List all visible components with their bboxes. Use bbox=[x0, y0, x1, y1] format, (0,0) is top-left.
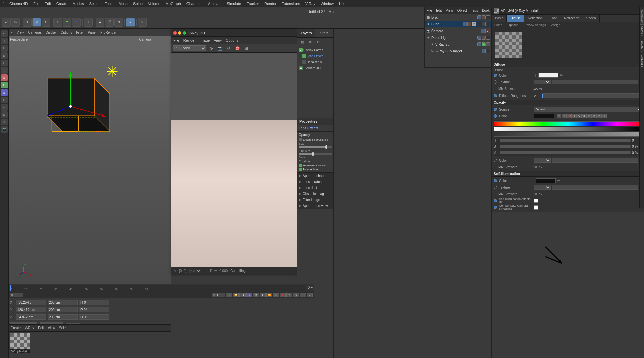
color-tool-8[interactable]: ⊠ bbox=[592, 114, 597, 118]
source-radio[interactable] bbox=[494, 108, 497, 111]
tool-move[interactable]: ✛ bbox=[1, 38, 8, 44]
self-illum-texture-field[interactable] bbox=[552, 185, 638, 190]
skip-start-btn[interactable]: ⏮ bbox=[226, 293, 232, 297]
obj-dome-light[interactable]: ☀ Dome Light bbox=[425, 34, 491, 41]
compensate-checkbox[interactable] bbox=[534, 205, 538, 210]
affects-gi-radio[interactable] bbox=[494, 199, 497, 202]
vfb-icon2[interactable]: 📷 bbox=[216, 45, 224, 52]
mat-select[interactable]: Selec... bbox=[59, 326, 70, 330]
menu-simulate[interactable]: Simulate bbox=[227, 2, 241, 6]
redo-btn[interactable]: ↪ bbox=[11, 18, 20, 27]
lens-scratche-section[interactable]: ▶ Lens scratche bbox=[297, 179, 333, 185]
mat-vray[interactable]: V-Ray bbox=[25, 326, 34, 330]
obj-view[interactable]: View bbox=[446, 9, 453, 12]
menu-render[interactable]: Render bbox=[264, 2, 276, 6]
next-btn[interactable]: ▶ bbox=[260, 293, 266, 297]
tab-refraction[interactable]: Refraction bbox=[560, 15, 583, 22]
mat-view[interactable]: View bbox=[48, 326, 55, 330]
vfb-view[interactable]: View bbox=[214, 38, 222, 42]
menu-spine[interactable]: Spine bbox=[133, 2, 143, 6]
tool-object[interactable]: ◇ bbox=[1, 67, 8, 74]
pos-z-input[interactable]: 24.877 cm bbox=[16, 314, 46, 320]
z-axis[interactable]: Z bbox=[72, 18, 81, 27]
bloom-checkbox[interactable] bbox=[299, 138, 302, 141]
self-illum-texture-select[interactable] bbox=[534, 185, 551, 190]
vfb-icon4[interactable]: 🎯 bbox=[234, 45, 241, 52]
opacity-texture-select[interactable] bbox=[534, 158, 551, 163]
obj-disc[interactable]: ⬤ Disc bbox=[425, 14, 491, 21]
self-illum-color-swatch[interactable] bbox=[536, 178, 556, 183]
tool-scale[interactable]: ⊞ bbox=[1, 52, 8, 59]
cube-tool[interactable]: ■ bbox=[126, 18, 135, 27]
aperture-shape-section[interactable]: ▶ Aperture shape bbox=[297, 173, 333, 179]
prev-frame-btn[interactable]: ⏪ bbox=[233, 293, 239, 297]
self-illum-eyedropper[interactable]: ✏ bbox=[557, 179, 560, 183]
obj-bookmarks[interactable]: Bookmarks bbox=[482, 9, 491, 12]
mat-create[interactable]: Create bbox=[11, 326, 21, 330]
play-btn[interactable]: ▶ bbox=[96, 18, 104, 27]
marker-btn[interactable]: ♦ bbox=[300, 293, 306, 297]
layer-icon3[interactable]: ⊗ bbox=[315, 38, 322, 46]
obj-tags[interactable]: Tags bbox=[471, 9, 478, 12]
menu-help[interactable]: Help bbox=[339, 2, 347, 6]
obj-vray-sun[interactable]: ☀ V-Ray Sun ✓ bbox=[425, 41, 491, 48]
rot-h-input[interactable] bbox=[79, 300, 109, 305]
roughness-input[interactable] bbox=[542, 93, 642, 98]
layer-icon2[interactable]: ⊕ bbox=[307, 38, 314, 46]
vfb-icon1[interactable]: ⊙ bbox=[208, 45, 215, 52]
tool-magnet[interactable]: ⊙ bbox=[1, 97, 8, 103]
self-illum-texture-radio[interactable] bbox=[494, 186, 497, 189]
effect-denoiser[interactable]: Denoiser: u... bbox=[298, 59, 333, 65]
move-tool[interactable]: ✛ bbox=[23, 18, 32, 27]
tab-basic[interactable]: Basic bbox=[492, 15, 507, 22]
size-x-input[interactable]: 200 cm bbox=[48, 300, 78, 305]
source-select[interactable]: Default bbox=[534, 107, 642, 112]
tool-transform[interactable]: ⊡ bbox=[1, 60, 8, 66]
viewport-inner[interactable]: Perspective Camera bbox=[9, 36, 171, 291]
obj-camera[interactable]: 📷 Camera r bbox=[425, 27, 491, 34]
vfb-icon5[interactable]: ⊞ bbox=[243, 45, 250, 52]
vfb-image[interactable]: Image bbox=[200, 38, 210, 42]
stop-btn[interactable]: ■ bbox=[253, 293, 259, 297]
playhead[interactable] bbox=[10, 285, 11, 291]
menu-mesh[interactable]: Mesh bbox=[119, 2, 128, 6]
color-tool-5[interactable]: V bbox=[577, 114, 582, 118]
render-btn[interactable]: 🎬 bbox=[105, 18, 114, 27]
tab-layers[interactable]: Layers bbox=[297, 29, 315, 37]
pos-x-input[interactable]: -38.254 cm bbox=[16, 300, 46, 305]
mat-edit[interactable]: Edit bbox=[38, 326, 44, 330]
layers-tab-vertical[interactable]: Layers bbox=[640, 25, 644, 37]
opacity-texture-field[interactable] bbox=[552, 158, 638, 163]
close-vfb-btn[interactable]: ✕ bbox=[138, 18, 147, 27]
add-btn[interactable]: + bbox=[84, 18, 93, 27]
key-all-btn[interactable]: K bbox=[286, 293, 292, 297]
menu-edit[interactable]: Edit bbox=[45, 2, 51, 6]
intensity-slider[interactable] bbox=[299, 153, 332, 155]
material-slot[interactable]: V-Ray Material bbox=[10, 333, 30, 353]
opacity-color-swatch[interactable] bbox=[534, 114, 554, 118]
obj-edit[interactable]: Edit bbox=[436, 9, 442, 12]
size-y-input[interactable]: 200 cm bbox=[48, 307, 78, 312]
menu-tools[interactable]: Tools bbox=[105, 2, 113, 6]
effect-source-rgb[interactable]: ▣ Source: RGB bbox=[298, 65, 333, 71]
x-axis[interactable]: X bbox=[53, 18, 62, 27]
attributes-tab[interactable]: Attributes bbox=[640, 9, 644, 25]
menu-select[interactable]: Select bbox=[89, 2, 100, 6]
color-tool-7[interactable]: ⊟ bbox=[587, 114, 592, 118]
start-frame-input[interactable] bbox=[10, 293, 23, 297]
self-illum-color-radio[interactable] bbox=[494, 179, 497, 182]
settings-btn[interactable]: ⚙ bbox=[293, 293, 299, 297]
undo-btn[interactable]: ↩ bbox=[2, 18, 11, 27]
vfb-color-select[interactable]: RGB color bbox=[173, 45, 206, 51]
diffuse-texture-field[interactable] bbox=[552, 80, 638, 84]
vfb-max-btn[interactable] bbox=[183, 31, 186, 35]
menu-window[interactable]: Window bbox=[321, 2, 334, 6]
menu-create[interactable]: Create bbox=[56, 2, 67, 6]
v-slider-track[interactable] bbox=[500, 151, 631, 154]
skip-end-btn[interactable]: ⏭ bbox=[273, 293, 279, 297]
vfb-render[interactable]: Render bbox=[183, 38, 196, 42]
menu-extensions[interactable]: Extensions bbox=[282, 2, 300, 6]
diffuse-texture-radio[interactable] bbox=[494, 80, 497, 84]
menu-vray[interactable]: V-Ray bbox=[305, 2, 315, 6]
subtab-options[interactable]: Options bbox=[505, 22, 521, 28]
